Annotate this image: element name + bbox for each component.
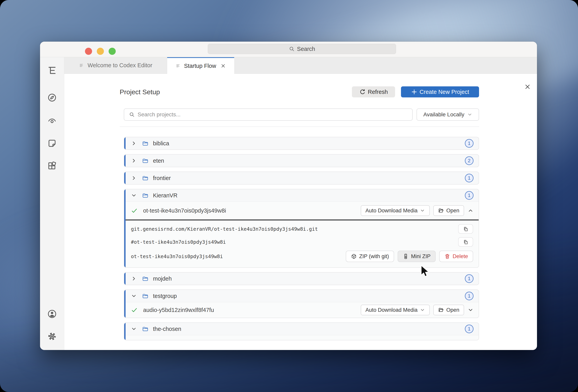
group-header-eten[interactable]: eten 2 bbox=[124, 155, 479, 167]
project-details: git.genesisrnd.com/KieranVR/ot-test-ike4… bbox=[124, 220, 479, 267]
tab-welcome[interactable]: Welcome to Codex Editor bbox=[64, 57, 167, 74]
open-label: Open bbox=[446, 208, 459, 214]
chevron-down-icon bbox=[420, 208, 425, 213]
eye-icon[interactable] bbox=[47, 116, 57, 125]
open-folder-icon bbox=[438, 208, 444, 214]
project-search-input[interactable] bbox=[138, 111, 407, 118]
refresh-button[interactable]: Refresh bbox=[352, 86, 395, 98]
group-card-eten: eten 2 bbox=[124, 154, 479, 167]
project-count-badge: 1 bbox=[465, 174, 474, 182]
group-name: the-chosen bbox=[153, 326, 181, 332]
zipper-icon bbox=[403, 253, 409, 259]
package-cube-icon bbox=[351, 253, 357, 259]
tab-bar: Welcome to Codex Editor Startup Flow bbox=[64, 57, 537, 74]
titlebar[interactable]: Search bbox=[40, 42, 537, 57]
section-divider bbox=[120, 126, 479, 127]
folder-icon bbox=[142, 326, 149, 332]
availability-filter-dropdown[interactable]: Available Locally bbox=[417, 108, 479, 121]
project-hash-text: #ot-test-ike4u3n7ois0pdy3js49w8i bbox=[131, 239, 458, 245]
group-name: mojdeh bbox=[153, 275, 172, 282]
chevron-right-icon[interactable] bbox=[131, 140, 137, 146]
chevron-right-icon[interactable] bbox=[131, 175, 137, 181]
activity-sidebar bbox=[40, 57, 64, 350]
create-label: Create New Project bbox=[420, 89, 469, 95]
project-row-ot-test[interactable]: ot-test-ike4u3n7ois0pdy3js49w8i Auto Dow… bbox=[124, 202, 479, 219]
group-header-biblica[interactable]: biblica 1 bbox=[124, 137, 479, 149]
delete-project-button[interactable]: Delete bbox=[439, 251, 473, 262]
group-name: biblica bbox=[153, 140, 169, 147]
account-icon[interactable] bbox=[47, 309, 57, 319]
extensions-icon[interactable] bbox=[47, 161, 57, 171]
expand-details-icon[interactable] bbox=[468, 307, 474, 313]
auto-download-label: Auto Download Media bbox=[366, 307, 418, 313]
folder-icon bbox=[142, 192, 149, 199]
chevron-right-icon[interactable] bbox=[131, 158, 137, 164]
folder-icon bbox=[142, 140, 149, 147]
open-project-button[interactable]: Open bbox=[433, 305, 464, 315]
auto-download-media-dropdown[interactable]: Auto Download Media bbox=[361, 205, 430, 216]
group-card-biblica: biblica 1 bbox=[124, 137, 479, 150]
chevron-down-icon[interactable] bbox=[131, 193, 137, 198]
group-header-kieranvr[interactable]: KieranVR 1 bbox=[124, 189, 479, 201]
tab-welcome-label: Welcome to Codex Editor bbox=[88, 62, 152, 69]
page-title: Project Setup bbox=[120, 88, 160, 96]
zip-with-git-button[interactable]: ZIP (with git) bbox=[346, 251, 394, 262]
group-name: testgroup bbox=[153, 293, 177, 299]
tab-close-icon[interactable] bbox=[220, 63, 226, 69]
global-search-label: Search bbox=[297, 46, 315, 52]
chevron-right-icon[interactable] bbox=[131, 276, 137, 282]
folder-icon bbox=[142, 275, 149, 282]
copy-icon bbox=[463, 239, 469, 245]
chevron-down-icon[interactable] bbox=[131, 293, 137, 299]
startup-flow-panel: Project Setup Refresh Create New Project bbox=[64, 74, 537, 350]
app-window: Search Welcome to Codex Editor Startup F bbox=[40, 42, 537, 350]
trash-icon bbox=[444, 253, 450, 259]
group-header-testgroup[interactable]: testgroup 1 bbox=[124, 290, 479, 302]
group-header-frontier[interactable]: frontier 1 bbox=[124, 172, 479, 184]
project-group-list: biblica 1 eten 2 bbox=[120, 137, 479, 340]
project-name: audio-y5bd12zin9wxlf8f47fu bbox=[143, 307, 214, 313]
mouse-cursor bbox=[418, 264, 430, 278]
create-new-project-button[interactable]: Create New Project bbox=[401, 86, 479, 98]
search-icon bbox=[129, 112, 135, 117]
clipped-project-row bbox=[124, 335, 479, 340]
copy-icon bbox=[463, 226, 469, 232]
close-window-button[interactable] bbox=[85, 48, 92, 55]
group-header-the-chosen[interactable]: the-chosen 1 bbox=[124, 323, 479, 335]
chevron-down-icon bbox=[467, 112, 472, 117]
settings-gear-icon[interactable] bbox=[47, 332, 57, 341]
group-card-frontier: frontier 1 bbox=[124, 172, 479, 185]
auto-download-media-dropdown[interactable]: Auto Download Media bbox=[361, 305, 430, 315]
auto-download-label: Auto Download Media bbox=[366, 208, 418, 214]
search-icon bbox=[289, 46, 295, 52]
project-row-audio[interactable]: audio-y5bd12zin9wxlf8f47fu Auto Download… bbox=[124, 302, 479, 318]
plus-icon bbox=[411, 89, 418, 95]
panel-close-icon[interactable] bbox=[524, 83, 531, 90]
project-count-badge: 1 bbox=[465, 325, 474, 333]
open-folder-icon bbox=[438, 307, 444, 313]
project-name: ot-test-ike4u3n7ois0pdy3js49w8i bbox=[143, 207, 226, 214]
group-card-kieranvr: KieranVR 1 ot-test-ike4u3n7ois0pdy3js49w… bbox=[124, 189, 479, 268]
copy-git-url-button[interactable] bbox=[458, 224, 473, 234]
zip-with-git-label: ZIP (with git) bbox=[359, 253, 389, 259]
tab-startup-flow[interactable]: Startup Flow bbox=[167, 57, 234, 74]
global-search-bar[interactable]: Search bbox=[208, 44, 396, 54]
outline-icon[interactable] bbox=[47, 65, 57, 75]
refresh-label: Refresh bbox=[368, 89, 388, 95]
copy-hash-button[interactable] bbox=[458, 237, 473, 247]
note-icon[interactable] bbox=[47, 139, 57, 148]
chevron-down-icon[interactable] bbox=[131, 326, 137, 332]
project-count-badge: 2 bbox=[465, 156, 474, 165]
collapse-details-icon[interactable] bbox=[468, 208, 474, 214]
project-search-field[interactable] bbox=[124, 108, 413, 121]
compass-icon[interactable] bbox=[47, 93, 57, 102]
tab-startup-flow-label: Startup Flow bbox=[184, 63, 216, 69]
open-project-button[interactable]: Open bbox=[433, 205, 464, 216]
zoom-window-button[interactable] bbox=[109, 48, 116, 55]
mini-zip-button[interactable]: Mini ZIP bbox=[398, 251, 436, 262]
check-icon bbox=[131, 207, 138, 214]
folder-icon bbox=[142, 293, 149, 299]
minimize-window-button[interactable] bbox=[97, 48, 104, 55]
filter-label: Available Locally bbox=[423, 111, 464, 118]
group-name: eten bbox=[153, 157, 164, 164]
